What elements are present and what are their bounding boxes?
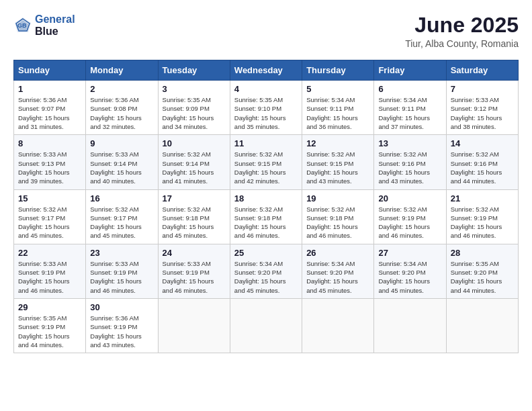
page-header: GB General Blue June 2025 Tiur, Alba Cou…	[13, 13, 519, 49]
calendar-cell: 3 Sunrise: 5:35 AM Sunset: 9:09 PM Dayli…	[158, 81, 230, 135]
calendar-cell: 26 Sunrise: 5:34 AM Sunset: 9:20 PM Dayl…	[302, 244, 374, 298]
day-info: Sunrise: 5:32 AM Sunset: 9:17 PM Dayligh…	[90, 205, 153, 240]
calendar-cell: 24 Sunrise: 5:33 AM Sunset: 9:19 PM Dayl…	[158, 244, 230, 298]
day-info: Sunrise: 5:34 AM Sunset: 9:20 PM Dayligh…	[306, 259, 369, 295]
header-saturday: Saturday	[446, 60, 518, 81]
calendar-cell: 13 Sunrise: 5:32 AM Sunset: 9:16 PM Dayl…	[374, 135, 446, 189]
day-number: 6	[378, 84, 441, 94]
header-thursday: Thursday	[302, 60, 374, 81]
calendar-cell: 27 Sunrise: 5:34 AM Sunset: 9:20 PM Dayl…	[374, 244, 446, 298]
day-number: 23	[90, 248, 153, 258]
logo: GB General Blue	[13, 13, 75, 37]
day-info: Sunrise: 5:36 AM Sunset: 9:08 PM Dayligh…	[90, 95, 153, 131]
logo-line2: Blue	[35, 26, 58, 37]
calendar-cell: 19 Sunrise: 5:32 AM Sunset: 9:18 PM Dayl…	[302, 189, 374, 244]
day-info: Sunrise: 5:32 AM Sunset: 9:16 PM Dayligh…	[451, 150, 514, 185]
day-info: Sunrise: 5:36 AM Sunset: 9:19 PM Dayligh…	[90, 314, 153, 349]
calendar-table: Sunday Monday Tuesday Wednesday Thursday…	[13, 60, 519, 353]
day-number: 3	[163, 84, 226, 94]
calendar-row-4: 22 Sunrise: 5:33 AM Sunset: 9:19 PM Dayl…	[14, 244, 519, 298]
day-info: Sunrise: 5:34 AM Sunset: 9:20 PM Dayligh…	[234, 259, 298, 295]
logo-icon: GB	[13, 16, 32, 35]
calendar-cell	[158, 298, 230, 353]
calendar-cell: 28 Sunrise: 5:35 AM Sunset: 9:20 PM Dayl…	[446, 244, 518, 298]
day-number: 27	[378, 248, 441, 258]
calendar-cell: 23 Sunrise: 5:33 AM Sunset: 9:19 PM Dayl…	[86, 244, 158, 298]
header-sunday: Sunday	[14, 60, 86, 81]
calendar-cell: 20 Sunrise: 5:32 AM Sunset: 9:19 PM Dayl…	[374, 189, 446, 244]
day-info: Sunrise: 5:35 AM Sunset: 9:10 PM Dayligh…	[234, 95, 298, 131]
day-info: Sunrise: 5:33 AM Sunset: 9:19 PM Dayligh…	[90, 259, 153, 295]
day-number: 26	[306, 248, 369, 258]
day-info: Sunrise: 5:33 AM Sunset: 9:14 PM Dayligh…	[90, 150, 153, 185]
day-info: Sunrise: 5:34 AM Sunset: 9:11 PM Dayligh…	[378, 95, 441, 131]
calendar-cell: 21 Sunrise: 5:32 AM Sunset: 9:19 PM Dayl…	[446, 189, 518, 244]
day-info: Sunrise: 5:33 AM Sunset: 9:19 PM Dayligh…	[163, 259, 226, 295]
calendar-cell	[446, 298, 518, 353]
day-number: 8	[18, 138, 81, 148]
day-info: Sunrise: 5:32 AM Sunset: 9:17 PM Dayligh…	[18, 205, 81, 240]
day-info: Sunrise: 5:33 AM Sunset: 9:12 PM Dayligh…	[451, 95, 514, 131]
calendar-cell: 29 Sunrise: 5:35 AM Sunset: 9:19 PM Dayl…	[14, 298, 86, 353]
calendar-cell: 30 Sunrise: 5:36 AM Sunset: 9:19 PM Dayl…	[86, 298, 158, 353]
day-info: Sunrise: 5:32 AM Sunset: 9:19 PM Dayligh…	[451, 205, 514, 240]
day-number: 25	[234, 248, 298, 258]
day-number: 14	[451, 138, 514, 148]
title-area: June 2025 Tiur, Alba County, Romania	[405, 13, 519, 49]
day-number: 9	[90, 138, 153, 148]
day-number: 2	[90, 84, 153, 94]
day-number: 17	[163, 193, 226, 203]
day-number: 21	[451, 193, 514, 203]
day-number: 20	[378, 193, 441, 203]
svg-text:GB: GB	[17, 22, 27, 29]
day-number: 24	[163, 248, 226, 258]
calendar-cell: 7 Sunrise: 5:33 AM Sunset: 9:12 PM Dayli…	[446, 81, 518, 135]
header-friday: Friday	[374, 60, 446, 81]
calendar-cell: 2 Sunrise: 5:36 AM Sunset: 9:08 PM Dayli…	[86, 81, 158, 135]
day-info: Sunrise: 5:33 AM Sunset: 9:13 PM Dayligh…	[18, 150, 81, 185]
day-info: Sunrise: 5:33 AM Sunset: 9:19 PM Dayligh…	[18, 259, 81, 295]
calendar-row-1: 1 Sunrise: 5:36 AM Sunset: 9:07 PM Dayli…	[14, 81, 519, 135]
calendar-cell: 9 Sunrise: 5:33 AM Sunset: 9:14 PM Dayli…	[86, 135, 158, 189]
day-info: Sunrise: 5:32 AM Sunset: 9:18 PM Dayligh…	[306, 205, 369, 240]
day-number: 1	[18, 84, 81, 94]
day-number: 11	[234, 138, 298, 148]
day-info: Sunrise: 5:32 AM Sunset: 9:15 PM Dayligh…	[306, 150, 369, 185]
day-info: Sunrise: 5:32 AM Sunset: 9:18 PM Dayligh…	[163, 205, 226, 240]
day-info: Sunrise: 5:35 AM Sunset: 9:19 PM Dayligh…	[18, 314, 81, 349]
header-tuesday: Tuesday	[158, 60, 230, 81]
day-number: 29	[18, 302, 81, 312]
calendar-cell: 22 Sunrise: 5:33 AM Sunset: 9:19 PM Dayl…	[14, 244, 86, 298]
day-number: 13	[378, 138, 441, 148]
day-info: Sunrise: 5:32 AM Sunset: 9:16 PM Dayligh…	[378, 150, 441, 185]
calendar-cell: 12 Sunrise: 5:32 AM Sunset: 9:15 PM Dayl…	[302, 135, 374, 189]
day-number: 12	[306, 138, 369, 148]
day-number: 16	[90, 193, 153, 203]
calendar-cell: 16 Sunrise: 5:32 AM Sunset: 9:17 PM Dayl…	[86, 189, 158, 244]
calendar-cell	[302, 298, 374, 353]
calendar-cell: 17 Sunrise: 5:32 AM Sunset: 9:18 PM Dayl…	[158, 189, 230, 244]
logo-line1: General	[35, 13, 75, 25]
calendar-cell: 25 Sunrise: 5:34 AM Sunset: 9:20 PM Dayl…	[230, 244, 302, 298]
day-number: 22	[18, 248, 81, 258]
day-info: Sunrise: 5:32 AM Sunset: 9:15 PM Dayligh…	[234, 150, 298, 185]
calendar-cell: 18 Sunrise: 5:32 AM Sunset: 9:18 PM Dayl…	[230, 189, 302, 244]
calendar-header-row: Sunday Monday Tuesday Wednesday Thursday…	[14, 60, 519, 81]
day-number: 30	[90, 302, 153, 312]
day-info: Sunrise: 5:32 AM Sunset: 9:18 PM Dayligh…	[234, 205, 298, 240]
calendar-row-5: 29 Sunrise: 5:35 AM Sunset: 9:19 PM Dayl…	[14, 298, 519, 353]
calendar-cell	[374, 298, 446, 353]
day-number: 4	[234, 84, 298, 94]
day-number: 15	[18, 193, 81, 203]
day-number: 5	[306, 84, 369, 94]
calendar-cell	[230, 298, 302, 353]
day-info: Sunrise: 5:36 AM Sunset: 9:07 PM Dayligh…	[18, 95, 81, 131]
calendar-row-3: 15 Sunrise: 5:32 AM Sunset: 9:17 PM Dayl…	[14, 189, 519, 244]
header-wednesday: Wednesday	[230, 60, 302, 81]
calendar-cell: 1 Sunrise: 5:36 AM Sunset: 9:07 PM Dayli…	[14, 81, 86, 135]
calendar-cell: 10 Sunrise: 5:32 AM Sunset: 9:14 PM Dayl…	[158, 135, 230, 189]
day-number: 10	[163, 138, 226, 148]
day-info: Sunrise: 5:35 AM Sunset: 9:20 PM Dayligh…	[451, 259, 514, 295]
day-number: 18	[234, 193, 298, 203]
calendar-cell: 14 Sunrise: 5:32 AM Sunset: 9:16 PM Dayl…	[446, 135, 518, 189]
